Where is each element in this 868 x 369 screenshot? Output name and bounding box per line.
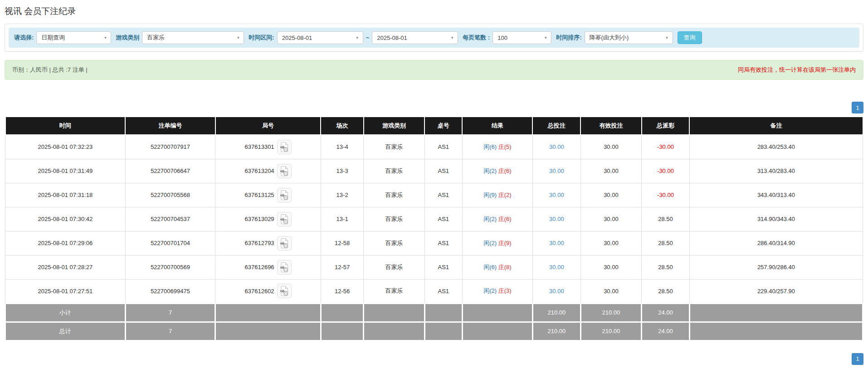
- cell-bet-no: 522700700569: [125, 255, 215, 279]
- round-no-value: 637613029: [245, 216, 274, 222]
- result-banker: 庄(2): [498, 192, 512, 198]
- cell-result: 闲(9) 庄(2): [462, 183, 532, 207]
- chevron-down-icon[interactable]: ▼: [233, 32, 244, 44]
- page-size-input[interactable]: 100 ▼: [493, 31, 551, 44]
- round-no-value: 637612793: [245, 240, 274, 246]
- table-row: 2025-08-01 07:29:06 522700701704 6376127…: [5, 231, 863, 255]
- video-file-icon: [280, 190, 289, 201]
- video-replay-button[interactable]: [277, 188, 292, 202]
- video-replay-button[interactable]: [277, 164, 292, 178]
- cell-result: 闲(6) 庄(8): [462, 255, 532, 279]
- cell-game-type: 百家乐: [364, 279, 424, 303]
- cell-total-bet: 30.00: [532, 231, 580, 255]
- total-bet-link[interactable]: 30.00: [549, 167, 564, 174]
- cell-remark: 257.90/286.40: [689, 255, 863, 279]
- search-button[interactable]: 查询: [678, 31, 702, 44]
- total-bet-link[interactable]: 30.00: [549, 143, 564, 150]
- sort-order-value: 降幂(由大到小): [585, 34, 634, 42]
- cell-game-type: 百家乐: [364, 207, 424, 231]
- cell-remark: 313.40/283.40: [689, 159, 863, 183]
- cell-session: 13-1: [321, 207, 364, 231]
- game-type-label: 游戏类别: [116, 34, 139, 42]
- grand-total-row: 总计 7 210.00 210.00 24.00: [5, 322, 863, 340]
- grand-total-total-bet: 210.00: [532, 322, 580, 340]
- cell-round-no: 637612696: [215, 255, 321, 279]
- total-bet-link[interactable]: 30.00: [549, 288, 564, 295]
- chevron-down-icon[interactable]: ▼: [662, 32, 673, 44]
- cell-bet-no: 522700705568: [125, 183, 215, 207]
- cell-total-bet: 30.00: [532, 279, 580, 303]
- cell-result: 闲(2) 庄(6): [462, 159, 532, 183]
- grand-total-empty: [364, 322, 424, 340]
- total-bet-link[interactable]: 30.00: [549, 240, 564, 246]
- table-row: 2025-08-01 07:27:51 522700699475 6376126…: [5, 279, 863, 303]
- total-bet-link[interactable]: 30.00: [549, 216, 564, 222]
- chevron-down-icon[interactable]: ▼: [540, 32, 551, 44]
- game-type-select[interactable]: 百家乐 ▼: [142, 31, 244, 44]
- grand-total-valid-bet: 210.00: [580, 322, 641, 340]
- page-1-button[interactable]: 1: [852, 102, 863, 113]
- video-replay-button[interactable]: [277, 236, 292, 251]
- table-row: 2025-08-01 07:31:49 522700706647 6376132…: [5, 159, 863, 183]
- query-type-select[interactable]: 日期查询 ▼: [36, 31, 111, 44]
- sort-order-select[interactable]: 降幂(由大到小) ▼: [585, 31, 673, 44]
- cell-result: 闲(2) 庄(6): [462, 207, 532, 231]
- table-row: 2025-08-01 07:28:27 522700700569 6376126…: [5, 255, 863, 279]
- date-from-input[interactable]: 2025-08-01 ▼: [277, 31, 363, 44]
- page-title: 视讯 会员下注纪录: [5, 5, 863, 17]
- grand-total-payout: 24.00: [642, 322, 690, 340]
- cell-table-no: AS1: [424, 255, 462, 279]
- result-banker: 庄(5): [498, 143, 512, 150]
- cell-total-bet: 30.00: [532, 159, 580, 183]
- subtotal-payout: 24.00: [642, 303, 690, 322]
- cell-time: 2025-08-01 07:30:42: [5, 207, 126, 231]
- video-replay-button[interactable]: [277, 284, 292, 298]
- total-bet-link[interactable]: 30.00: [549, 192, 564, 198]
- cell-valid-bet: 30.00: [580, 231, 641, 255]
- video-replay-button[interactable]: [277, 260, 292, 275]
- subtotal-empty: [462, 303, 532, 322]
- video-file-icon: [280, 285, 289, 296]
- chevron-down-icon[interactable]: ▼: [447, 32, 458, 44]
- video-file-icon: [280, 166, 289, 177]
- result-player: 闲(6): [483, 143, 497, 150]
- cell-game-type: 百家乐: [364, 183, 424, 207]
- result-player: 闲(6): [483, 264, 497, 271]
- subtotal-empty: [321, 303, 364, 322]
- total-bet-link[interactable]: 30.00: [549, 264, 564, 271]
- cell-valid-bet: 30.00: [580, 207, 641, 231]
- video-replay-button[interactable]: [277, 140, 292, 154]
- cell-session: 12-58: [321, 231, 364, 255]
- cell-remark: 343.40/313.40: [689, 183, 863, 207]
- column-header-total-bet: 总投注: [532, 117, 580, 135]
- result-banker: 庄(9): [498, 240, 512, 246]
- pagination-top: 1: [5, 102, 863, 113]
- table-row: 2025-08-01 07:30:42 522700704537 6376130…: [5, 207, 863, 231]
- chevron-down-icon[interactable]: ▼: [352, 32, 363, 44]
- subtotal-valid-bet: 210.00: [580, 303, 641, 322]
- result-banker: 庄(6): [498, 167, 512, 174]
- payout-value: -30.00: [657, 167, 674, 174]
- grand-total-empty: [689, 322, 863, 340]
- subtotal-empty: [689, 303, 863, 322]
- grand-total-empty: [462, 322, 532, 340]
- chevron-down-icon[interactable]: ▼: [100, 32, 111, 44]
- cell-session: 12-57: [321, 255, 364, 279]
- cell-valid-bet: 30.00: [580, 183, 641, 207]
- grand-total-empty: [215, 322, 321, 340]
- page-1-button[interactable]: 1: [852, 353, 863, 365]
- video-replay-button[interactable]: [277, 212, 292, 226]
- cell-payout: 28.50: [642, 255, 690, 279]
- cell-total-bet: 30.00: [532, 135, 580, 159]
- cell-remark: 314.90/343.40: [689, 207, 863, 231]
- cell-time: 2025-08-01 07:31:18: [5, 183, 126, 207]
- result-player: 闲(2): [483, 240, 497, 246]
- query-type-label: 请选择:: [14, 34, 34, 42]
- subtotal-empty: [424, 303, 462, 322]
- cell-round-no: 637613125: [215, 183, 321, 207]
- filter-panel: 请选择: 日期查询 ▼ 游戏类别 百家乐 ▼ 时间区间: 2025-08-01 …: [5, 24, 863, 52]
- cell-time: 2025-08-01 07:28:27: [5, 255, 126, 279]
- date-to-input[interactable]: 2025-08-01 ▼: [372, 31, 458, 44]
- round-no-value: 637612696: [245, 264, 274, 271]
- video-file-icon: [280, 262, 289, 273]
